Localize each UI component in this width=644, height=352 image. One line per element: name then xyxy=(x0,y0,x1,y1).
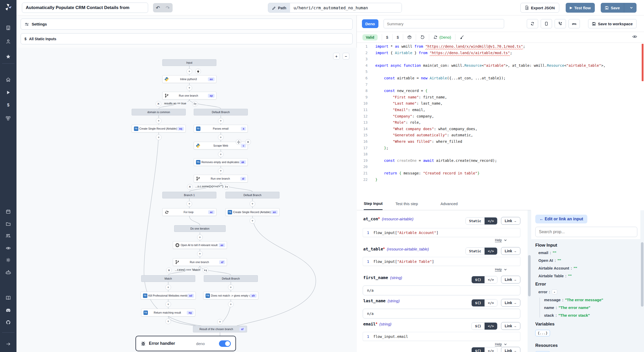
package-button[interactable] xyxy=(407,35,412,39)
flow-node[interactable]: TSReturn matching resultag xyxy=(141,309,195,316)
help-link[interactable]: Help xyxy=(495,267,507,271)
code-line[interactable]: 2import { Airtable } from "https://deno.… xyxy=(357,51,644,57)
link-button[interactable]: Link → xyxy=(501,299,520,307)
field-value-input[interactable]: n/a xyxy=(363,286,520,295)
add-step-icon[interactable]: + xyxy=(228,301,234,307)
add-step-icon[interactable]: + xyxy=(218,135,224,140)
reset-button[interactable] xyxy=(420,35,425,40)
remove-branch-icon[interactable]: ✕ xyxy=(156,101,161,107)
flow-node[interactable]: Match xyxy=(141,275,195,282)
add-step-icon[interactable]: + xyxy=(197,251,203,257)
sidebar-play-icon[interactable] xyxy=(0,88,16,97)
tab-step-input[interactable]: Step Input xyxy=(364,197,383,210)
variables-expand-button[interactable]: {...} xyxy=(535,330,550,336)
windmill-logo[interactable] xyxy=(3,2,13,13)
flow-node[interactable]: TSCreate Single Record (Airtable)aq xyxy=(132,125,186,132)
sidebar-expand-arrow-icon[interactable] xyxy=(0,340,16,348)
undo-icon[interactable]: ↶ xyxy=(153,5,163,11)
flow-node[interactable]: For loopac xyxy=(162,208,216,216)
format-button[interactable] xyxy=(460,35,464,39)
code-line[interactable]: 11 "Email": email, xyxy=(357,108,644,114)
error-handler-bar[interactable]: Error handler deno xyxy=(135,336,236,351)
bed-button[interactable] xyxy=(569,19,580,28)
prop-row[interactable]: error:- xyxy=(538,289,640,294)
add-step-icon[interactable]: + xyxy=(218,152,224,157)
prop-row[interactable]: Airtable Account:"" xyxy=(538,266,640,270)
sidebar-resources-icon[interactable] xyxy=(0,114,16,123)
edit-or-link-button[interactable]: ← Edit or link an input xyxy=(535,215,587,223)
hide-editor-button[interactable] xyxy=(632,34,637,40)
field-code-editor[interactable]: 1flow_input["Airtable Account"] xyxy=(363,228,520,237)
code-editor[interactable]: 1import * as wmill from "https://deno.la… xyxy=(357,43,644,211)
flow-node[interactable]: Default Branch xyxy=(194,109,248,115)
tab-test-this-step[interactable]: Test this step xyxy=(395,197,418,210)
code-line[interactable]: 20 xyxy=(357,165,644,171)
help-link[interactable]: Help xyxy=(495,342,507,346)
tab-advanced[interactable]: Advanced xyxy=(440,197,458,210)
flow-node[interactable]: TSCreate Single Record (Airtable)an xyxy=(225,208,279,216)
flow-node[interactable]: Run one branchap xyxy=(162,92,216,99)
add-step-icon[interactable]: + xyxy=(250,201,255,207)
move-node-icon[interactable] xyxy=(236,139,241,145)
code-line[interactable]: 4export async function main(at_con: wmil… xyxy=(357,63,644,70)
inspector-scrollbar-thumb[interactable] xyxy=(641,242,643,307)
assets-button[interactable]: $ xyxy=(386,35,388,39)
add-step-icon[interactable]: + xyxy=(187,85,192,91)
link-button[interactable]: Link → xyxy=(501,347,520,352)
zoom-in-button[interactable]: + xyxy=(333,53,340,60)
prop-row[interactable]: name:"The error name" xyxy=(544,305,640,310)
save-dropdown-button[interactable] xyxy=(626,3,637,13)
add-step-icon[interactable]: + xyxy=(165,301,171,307)
link-button[interactable]: Link → xyxy=(501,276,520,283)
all-static-inputs-button[interactable]: $ All Static Inputs xyxy=(21,33,353,44)
flow-node[interactable]: Result of the chosen branchaf xyxy=(193,326,247,332)
flow-node[interactable]: Do one iteration xyxy=(174,225,226,232)
add-step-icon[interactable]: + xyxy=(217,319,223,325)
input-mode-code[interactable]: </> xyxy=(485,299,497,306)
input-mode-code[interactable]: </> xyxy=(485,217,497,224)
input-mode-static[interactable]: ${} xyxy=(472,276,484,283)
input-mode-static[interactable]: Static xyxy=(466,248,485,255)
link-button[interactable]: Link → xyxy=(501,247,520,255)
delete-node-icon[interactable] xyxy=(245,139,251,145)
field-value-input[interactable]: n/a xyxy=(363,309,520,319)
flow-title-input[interactable] xyxy=(22,3,148,13)
code-line[interactable]: 1import * as wmill from "https://deno.la… xyxy=(357,44,644,51)
code-line[interactable]: 16 "Where was filled": where_filled xyxy=(357,139,644,146)
sidebar-dollar-icon[interactable]: $ xyxy=(0,101,16,110)
sidebar-book-icon[interactable] xyxy=(0,294,16,302)
field-code-editor[interactable]: 1flow_input.email xyxy=(363,332,520,341)
flow-node[interactable]: Run one branchal xyxy=(194,175,248,182)
redo-icon[interactable]: ↷ xyxy=(163,5,173,11)
sidebar-github-icon[interactable] xyxy=(0,318,16,327)
flow-graph-canvas[interactable]: InputInline python3aoRun one branchapdom… xyxy=(16,48,357,352)
mobile-view-button[interactable] xyxy=(541,19,552,28)
fields-scrollbar-thumb[interactable] xyxy=(528,255,531,296)
summary-input[interactable] xyxy=(384,19,504,28)
flow-node[interactable]: TSRemoves empty and duplicatesak xyxy=(194,158,248,166)
phone-button[interactable] xyxy=(555,19,566,28)
sidebar-robot-icon[interactable] xyxy=(0,268,16,277)
sidebar-building-icon[interactable] xyxy=(0,23,16,32)
prop-search-input[interactable] xyxy=(535,227,637,237)
field-code-editor[interactable]: 1flow_input["Airtable Table"] xyxy=(363,257,520,266)
code-line[interactable]: 14 "What company does": what_company_doe… xyxy=(357,127,644,133)
export-json-button[interactable]: Export JSON xyxy=(520,3,559,13)
error-handler-toggle[interactable] xyxy=(219,340,231,347)
add-step-icon[interactable]: + xyxy=(187,201,192,207)
add-step-icon[interactable]: + xyxy=(156,135,162,140)
add-step-icon[interactable]: + xyxy=(197,234,203,240)
sidebar-home-icon[interactable] xyxy=(0,75,16,84)
sidebar-folder-icon[interactable] xyxy=(0,220,16,228)
sidebar-discord-icon[interactable] xyxy=(0,306,16,315)
input-mode-code[interactable]: </> xyxy=(485,248,497,255)
flow-node[interactable]: Branch 1 xyxy=(162,192,216,198)
prop-row[interactable]: email:"" xyxy=(538,250,640,255)
flow-node[interactable]: TSDoes not match -> gives empty valueah xyxy=(203,292,258,299)
add-step-icon[interactable]: + xyxy=(228,284,234,290)
input-mode-static[interactable]: ${} xyxy=(472,323,484,330)
add-step-icon[interactable]: + xyxy=(218,168,224,174)
flow-node[interactable]: Default Branch xyxy=(225,192,279,198)
test-flow-button[interactable]: ▶ Test flow xyxy=(566,3,595,13)
branch-toggle-icon[interactable] xyxy=(192,101,198,107)
